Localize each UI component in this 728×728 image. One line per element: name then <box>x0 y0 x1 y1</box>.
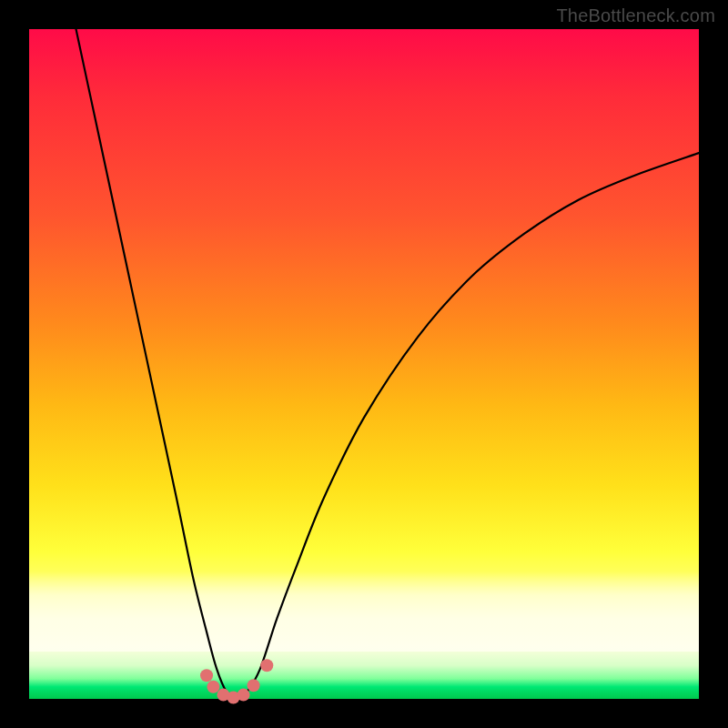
near-minimum-markers <box>200 659 273 703</box>
curve-layer <box>29 29 699 699</box>
watermark-text: TheBottleneck.com <box>556 5 715 26</box>
marker-dot <box>238 689 250 702</box>
marker-dot <box>200 669 213 682</box>
chart-frame: TheBottleneck.com <box>0 0 728 728</box>
plot-area <box>29 29 699 699</box>
marker-dot <box>248 679 260 692</box>
bottleneck-curve <box>76 29 699 699</box>
marker-dot <box>207 681 219 693</box>
marker-dot <box>260 659 273 672</box>
